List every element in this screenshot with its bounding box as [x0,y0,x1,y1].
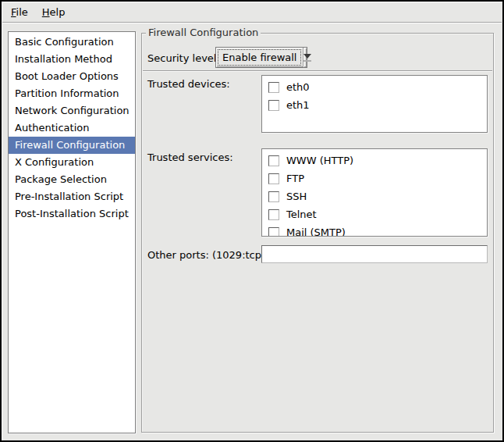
trusted-devices-list[interactable]: eth0 eth1 [261,75,488,133]
device-checkbox[interactable] [268,82,279,93]
trusted-service-row[interactable]: Mail (SMTP) [262,223,487,237]
device-label: eth0 [286,81,310,93]
sidebar-item[interactable]: Post-Installation Script [9,205,135,223]
service-checkbox[interactable] [268,209,279,220]
sidebar-item[interactable]: Firewall Configuration [9,137,135,154]
frame-title: Firewall Configuration [146,27,261,38]
sidebar-item[interactable]: Partition Information [9,85,135,102]
trusted-service-row[interactable]: FTP [262,169,487,187]
device-label: eth1 [286,99,310,111]
chevron-down-icon-shadow [303,60,311,62]
sidebar-item[interactable]: X Configuration [9,154,135,171]
category-list: Basic Configuration Installation Method … [8,31,136,433]
trusted-device-row[interactable]: eth1 [262,96,487,114]
sidebar-item[interactable]: Authentication [9,119,135,137]
menu-help-accel: H [42,6,50,18]
sidebar-item[interactable]: Network Configuration [9,102,135,119]
dropdown-arrow-button[interactable] [303,48,311,67]
sidebar-item[interactable]: Pre-Installation Script [9,188,135,205]
service-checkbox[interactable] [268,155,279,166]
kickstart-configurator-window: File Help Basic Configuration Installati… [0,0,504,442]
security-level-value: Enable firewall [218,49,301,66]
sidebar-item[interactable]: Boot Loader Options [9,68,135,85]
other-ports-input[interactable] [261,245,488,263]
trusted-devices-label: Trusted devices: [147,78,230,90]
service-checkbox[interactable] [268,227,279,237]
menu-file[interactable]: File [4,4,35,20]
service-label: WWW (HTTP) [286,155,353,166]
menu-file-rest: ile [16,6,28,18]
sidebar-item[interactable]: Basic Configuration [9,34,135,51]
security-level-dropdown[interactable]: Enable firewall [215,47,307,68]
service-checkbox[interactable] [268,191,279,202]
service-label: SSH [286,191,307,202]
sidebar-item[interactable]: Installation Method [9,51,135,68]
service-label: Mail (SMTP) [286,226,346,237]
trusted-service-row[interactable]: SSH [262,187,487,205]
trusted-services-list[interactable]: WWW (HTTP) FTP SSH Telnet [261,148,488,237]
trusted-services-label: Trusted services: [147,151,233,163]
device-checkbox[interactable] [268,100,279,111]
security-level-label: Security level: [147,52,220,64]
service-checkbox[interactable] [268,173,279,184]
service-label: FTP [286,173,304,184]
trusted-device-row[interactable]: eth0 [262,78,487,96]
trusted-service-row[interactable]: Telnet [262,205,487,223]
sidebar-item[interactable]: Package Selection [9,171,135,188]
horizontal-separator [143,70,492,72]
menubar: File Help [2,2,502,23]
other-ports-label: Other ports: (1029:tcp) [147,249,265,261]
service-label: Telnet [286,209,317,220]
menu-help-rest: elp [50,6,66,18]
firewall-configuration-frame: Firewall Configuration Security level: E… [141,33,494,433]
trusted-service-row[interactable]: WWW (HTTP) [262,151,487,169]
chevron-down-icon [303,54,311,59]
menu-help[interactable]: Help [35,4,73,20]
